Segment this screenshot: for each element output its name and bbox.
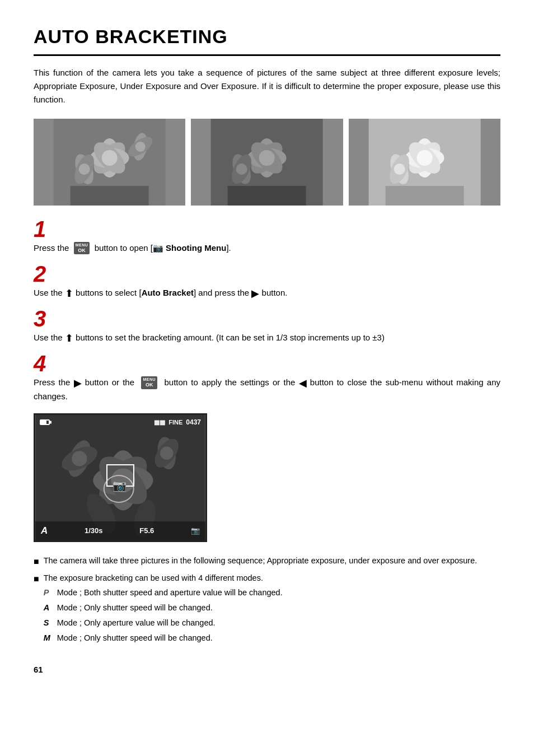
screen-bottom-bar: A 1/30s F5.6 📷 [35, 521, 205, 540]
step-1-number: 1 [34, 218, 500, 240]
camera-screen: ▦▦ FINE 0437 📷 A 1/30s F5.6 📷 [34, 413, 207, 542]
screen-frame-count: 0437 [186, 417, 201, 427]
screen-quality: FINE [168, 418, 182, 427]
battery-icon [40, 419, 50, 425]
svg-rect-13 [54, 119, 166, 206]
step-4-text: Press the ▶ button or the MENU OK button… [34, 376, 500, 403]
page-number: 61 [34, 664, 500, 676]
mode-s-letter: S [44, 617, 53, 629]
screen-aperture: F5.6 [139, 525, 154, 536]
sub-note-a: A Mode ; Only shutter speed will be chan… [44, 601, 283, 614]
photo-appropriate [34, 119, 185, 206]
svg-rect-24 [211, 119, 323, 206]
photo-under [191, 119, 343, 206]
arrow-right-icon-2: ▶ [251, 288, 259, 298]
screen-mode: A [41, 524, 48, 538]
shooting-menu-label: 📷 Shooting Menu [153, 243, 226, 253]
step-2-number: 2 [34, 263, 500, 285]
mode-s-text: Mode ; Only aperture value will be chang… [57, 617, 216, 629]
step-3-number: 3 [34, 307, 500, 330]
note-bullet-1: ■ [34, 554, 39, 569]
mode-p-letter: P [44, 586, 53, 599]
note-item-2: ■ The exposure bracketing can be used wi… [34, 572, 500, 647]
note-item-1: ■ The camera will take three pictures in… [34, 554, 500, 569]
menu-ok-icon-1: MENU OK [74, 242, 90, 255]
note-bullet-2: ■ [34, 572, 39, 647]
page-title: AUTO BRACKETING [34, 22, 500, 51]
step-1-text: Press the MENU OK button to open [📷 Shoo… [34, 241, 500, 255]
mode-a-letter: A [44, 601, 53, 614]
menu-ok-icon-4: MENU OK [141, 376, 157, 389]
mode-m-text: Mode ; Only shutter speed will be change… [57, 632, 213, 645]
step-3-text: Use the ⬆ buttons to set the bracketing … [34, 331, 500, 344]
screen-shutter: 1/30s [85, 525, 103, 536]
sub-note-s: S Mode ; Only aperture value will be cha… [44, 617, 283, 629]
svg-rect-35 [368, 119, 480, 206]
updown-arrow-icon-2: ⬆ [65, 288, 73, 298]
title-divider [34, 54, 500, 56]
step-4-number: 4 [34, 352, 500, 375]
note-text-1: The camera will take three pictures in t… [44, 554, 477, 569]
auto-bracket-label: Auto Bracket [142, 288, 194, 297]
note-text-2: The exposure bracketing can be used with… [44, 573, 263, 582]
sub-note-m: M Mode ; Only shutter speed will be chan… [44, 632, 283, 645]
grid-icon: ▦▦ [154, 418, 165, 427]
mode-p-text: Mode ; Both shutter speed and aperture v… [57, 586, 283, 599]
screen-top-bar: ▦▦ FINE 0437 [35, 415, 205, 430]
mode-a-text: Mode ; Only shutter speed will be change… [57, 601, 213, 614]
arrow-right-icon-4: ▶ [74, 378, 82, 388]
step-2-text: Use the ⬆ buttons to select [Auto Bracke… [34, 286, 500, 300]
screen-center-icon: 📷 [113, 477, 127, 493]
updown-arrow-icon-3: ⬆ [65, 333, 73, 343]
intro-text: This function of the camera lets you tak… [34, 66, 500, 106]
sub-note-p: P Mode ; Both shutter speed and aperture… [44, 586, 283, 599]
arrow-left-icon-4: ◀ [299, 378, 307, 388]
photo-row [34, 119, 500, 206]
photo-over [349, 119, 500, 206]
mode-m-letter: M [44, 632, 53, 645]
notes-section: ■ The camera will take three pictures in… [34, 554, 500, 647]
screen-self-timer-icon: 📷 [191, 525, 200, 536]
